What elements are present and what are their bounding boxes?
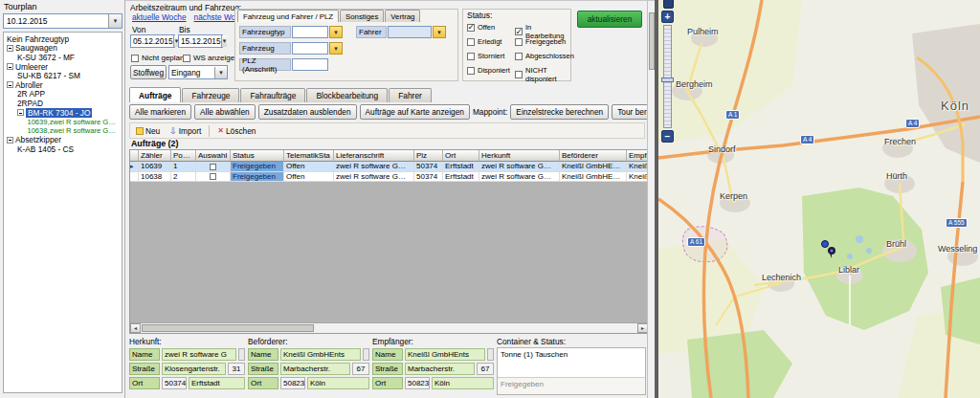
ws-anzeigen-checkbox[interactable]: WS anzeigen <box>183 54 239 62</box>
zoom-in-icon[interactable]: + <box>661 11 674 23</box>
column-header-empfaenger[interactable]: Empfänger <box>627 150 648 162</box>
status-checkbox-storniert[interactable]: Storniert <box>467 52 504 60</box>
loeschen-button[interactable]: ✕Löschen <box>213 124 259 138</box>
browse-button[interactable] <box>238 348 245 361</box>
collapse-icon[interactable] <box>17 109 24 116</box>
column-header-auswahl[interactable]: Auswahl <box>196 150 231 162</box>
horizontal-scrollbar[interactable]: ◄ ► <box>130 322 648 333</box>
alle-markieren-button[interactable]: Alle markieren <box>129 104 191 120</box>
tab-fahrauftraege[interactable]: Fahraufträge <box>240 88 305 102</box>
column-header-ort[interactable]: Ort <box>443 150 479 162</box>
befoerderer-plz-field[interactable]: 50823 <box>280 377 305 389</box>
tree-item-absetzkipper[interactable]: Absetzkipper <box>4 136 122 145</box>
status-checkbox-offen[interactable]: Offen <box>467 23 495 32</box>
empfaenger-strasse-field[interactable]: Marbacherstr. <box>405 363 475 375</box>
tab-sonstiges[interactable]: Sonstiges <box>340 10 384 22</box>
stoffweg-select[interactable]: Eingang <box>168 65 228 79</box>
fahrzeugtyp-input[interactable] <box>292 26 328 38</box>
empfaenger-name-field[interactable]: Kneißl GmbHEnts <box>405 348 485 361</box>
status-checkbox-abgeschlossen[interactable]: Abgeschlossen <box>515 52 574 60</box>
column-header-status[interactable]: Status <box>231 150 284 162</box>
tab-fahrzeug-und-fahrer-plz[interactable]: Fahrzeug und Fahrer / PLZ <box>237 10 339 22</box>
chevron-down-icon[interactable] <box>108 14 122 28</box>
tab-blockbearbeitung[interactable]: Blockbearbeitung <box>306 88 388 102</box>
befoerderer-hausnr-field[interactable]: 67 <box>352 363 369 375</box>
plz-input[interactable] <box>292 58 328 71</box>
vertical-scrollbar[interactable] <box>647 1 655 398</box>
befoerderer-strasse-field[interactable]: Marbacherstr. <box>280 363 350 375</box>
import-button[interactable]: ⇩Import <box>166 124 205 138</box>
stoffweg-button[interactable]: Stoffweg <box>130 65 167 79</box>
chevron-down-icon[interactable] <box>221 35 228 47</box>
tab-fahrer[interactable]: Fahrer <box>389 88 432 102</box>
befoerderer-name-field[interactable]: Kneißl GmbHEnts <box>280 348 361 361</box>
tree-item-2rpad[interactable]: 2RPAD <box>4 99 122 108</box>
fahrzeug-lookup-button[interactable] <box>329 42 343 55</box>
zusatzdaten-ausblenden-button[interactable]: Zusatzdaten ausblenden <box>258 104 357 120</box>
zoom-slider-track[interactable] <box>663 25 672 128</box>
tour-date-select[interactable]: 10.12.2015 <box>3 13 122 29</box>
browse-button[interactable] <box>363 348 369 361</box>
tree-item-abroller[interactable]: Abroller <box>4 80 122 90</box>
tree-item-umleerer[interactable]: Umleerer <box>4 62 122 72</box>
fahrzeug-input[interactable] <box>292 42 328 55</box>
row-select-checkbox[interactable] <box>210 164 216 170</box>
tree-item-kein-fahrzeugtyp[interactable]: Kein Fahrzeugtyp <box>4 34 122 44</box>
tree-item-order-10638[interactable]: 10638,zwei R software GmbH <box>4 126 122 136</box>
nicht-geplant-checkbox[interactable]: Nicht geplant <box>131 54 187 62</box>
map-view[interactable]: Pulheim Bergheim Köln Frechen Sindorf Hü… <box>658 0 980 398</box>
tree-item-saugwagen[interactable]: Saugwagen <box>4 44 122 54</box>
neu-button[interactable]: Neu <box>132 124 164 138</box>
tree-item-sukb6217[interactable]: SU-KB 6217 - SM <box>4 71 122 80</box>
status-checkbox-disponiert[interactable]: Disponiert <box>467 66 510 75</box>
scrollbar-thumb[interactable] <box>649 12 655 70</box>
aktualisieren-button[interactable]: aktualisieren <box>577 11 642 28</box>
empfaenger-ort-field[interactable]: Köln <box>432 377 494 389</box>
tree-item-kab1405[interactable]: K-AB 1405 - CS <box>4 144 122 154</box>
fahrer-lookup-button[interactable] <box>433 26 446 38</box>
tree-item-order-10639[interactable]: 10639,zwei R software GmbH <box>4 117 122 126</box>
collapse-icon[interactable] <box>7 81 13 88</box>
collapse-icon[interactable] <box>7 45 13 52</box>
column-header-lieferanschrift[interactable]: Lieferanschrift <box>334 150 414 162</box>
einzelstrecke-berechnen-button[interactable]: Einzelstrecke berechnen <box>510 104 609 120</box>
order-row-10639[interactable]: ▸ 10639 1 Freigegeben Offen zwei R softw… <box>130 162 648 172</box>
status-checkbox-freigegeben[interactable]: Freigegeben <box>515 37 566 46</box>
pan-compass-icon[interactable] <box>663 0 674 9</box>
fahrer-input[interactable] <box>388 26 432 38</box>
scrollbar-thumb[interactable] <box>142 324 314 332</box>
current-week-link[interactable]: aktuelle Woche <box>132 12 187 22</box>
order-row-10638[interactable]: 10638 2 Freigegeben Offen zwei R softwar… <box>130 172 648 183</box>
browse-button[interactable] <box>487 348 494 361</box>
alle-abwaehlen-button[interactable]: Alle abwählen <box>194 104 256 120</box>
collapse-icon[interactable] <box>7 63 13 70</box>
fahrzeugtyp-lookup-button[interactable] <box>329 26 343 38</box>
row-select-checkbox[interactable] <box>210 173 216 180</box>
empfaenger-plz-field[interactable]: 50823 <box>405 377 430 389</box>
column-header-plz[interactable]: Plz <box>414 150 443 162</box>
von-date-input[interactable]: 05.12.2015 <box>130 34 175 48</box>
herkunft-hausnr-field[interactable]: 31 <box>228 363 245 375</box>
tab-vertrag[interactable]: Vertrag <box>385 10 420 22</box>
status-checkbox-nicht-disponiert[interactable]: NICHT disponiert <box>515 66 570 83</box>
befoerderer-ort-field[interactable]: Köln <box>307 377 369 389</box>
column-header-zaehler[interactable]: Zähler <box>139 150 171 162</box>
zoom-out-icon[interactable]: − <box>661 130 674 143</box>
scroll-left-icon[interactable]: ◄ <box>130 323 141 333</box>
empfaenger-hausnr-field[interactable]: 67 <box>477 363 494 375</box>
tree-item-2rapp[interactable]: 2R APP <box>4 90 122 100</box>
map-marker-pin[interactable] <box>827 247 836 258</box>
column-header-herkunft[interactable]: Herkunft <box>479 150 560 162</box>
tab-fahrzeuge[interactable]: Fahrzeuge <box>182 88 239 102</box>
column-header-posnr[interactable]: PosNr <box>171 150 196 162</box>
chevron-down-icon[interactable] <box>214 67 227 78</box>
status-checkbox-erledigt[interactable]: Erledigt <box>467 37 501 46</box>
tree-item-bmrk7304-selected[interactable]: BM-RK 7304 - JO <box>4 108 122 118</box>
column-header-telematik[interactable]: TelematikSta <box>284 150 334 162</box>
auftraege-auf-karte-button[interactable]: Aufträge auf Karte anzeigen <box>360 104 470 120</box>
herkunft-name-field[interactable]: zwei R software G <box>162 348 236 361</box>
herkunft-strasse-field[interactable]: Klosengartenstr. <box>162 363 226 375</box>
bis-date-input[interactable]: 15.12.2015 <box>178 34 223 48</box>
zoom-slider-handle[interactable] <box>661 77 674 82</box>
collapse-icon[interactable] <box>7 137 13 144</box>
